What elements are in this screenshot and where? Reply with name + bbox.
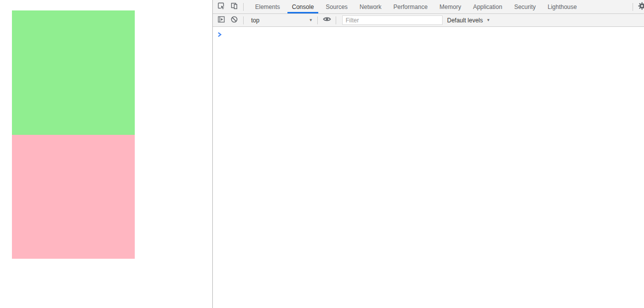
chevron-down-icon: ▼ [309,18,315,22]
tabbar-spacer [583,0,630,13]
tab-label: Memory [440,3,461,10]
console-sidebar-toggle-button[interactable] [215,14,228,26]
context-value: top [249,17,260,24]
green-box [12,10,135,135]
tab-lighthouse[interactable]: Lighthouse [543,0,581,13]
tab-label: Console [292,3,314,10]
sidebar-toggle-icon [217,15,225,25]
toolbar-divider [633,3,633,11]
toolbar-divider [243,3,244,11]
tab-elements[interactable]: Elements [251,0,284,13]
tab-label: Elements [255,3,280,10]
console-prompt-icon [217,30,222,39]
gear-icon [638,2,644,12]
clear-console-button[interactable] [228,14,241,26]
tab-label: Sources [326,3,348,10]
devtools-panel: Elements Console Sources Network Perform… [212,0,644,308]
block-icon [230,15,238,25]
eye-icon [323,15,331,25]
toolbar-divider [317,16,318,24]
live-expression-button[interactable] [320,14,333,26]
levels-label: Default levels [447,17,483,24]
device-toolbar-button[interactable] [228,1,241,13]
devtools-tabs: Elements Console Sources Network Perform… [249,0,583,13]
tab-label: Application [473,3,502,10]
tab-application[interactable]: Application [468,0,507,13]
browser-window: Elements Console Sources Network Perform… [0,0,644,308]
devtools-tabbar: Elements Console Sources Network Perform… [213,0,644,14]
tab-label: Network [360,3,381,10]
pink-box [12,135,135,259]
toolbar-divider [336,16,336,24]
inspect-cursor-icon [217,2,225,12]
javascript-context-selector[interactable]: top ▼ [249,14,315,26]
settings-button[interactable] [636,1,644,13]
toolbar-divider [243,16,244,24]
console-toolbar: top ▼ Default levels ▼ [213,14,644,27]
chevron-down-icon: ▼ [486,18,490,22]
tab-security[interactable]: Security [510,0,540,13]
log-levels-dropdown[interactable]: Default levels ▼ [447,17,490,24]
tab-sources[interactable]: Sources [321,0,352,13]
tab-label: Performance [393,3,428,10]
tab-label: Lighthouse [548,3,577,10]
console-messages-area[interactable] [213,27,644,308]
tab-console[interactable]: Console [287,0,318,13]
console-filter-input[interactable] [342,15,443,25]
device-toolbar-icon [230,2,238,12]
page-viewport [0,0,212,308]
tab-label: Security [514,3,536,10]
console-prompt[interactable] [213,27,644,39]
inspect-element-button[interactable] [215,1,228,13]
tab-network[interactable]: Network [355,0,386,13]
tab-performance[interactable]: Performance [389,0,432,13]
tab-memory[interactable]: Memory [435,0,465,13]
